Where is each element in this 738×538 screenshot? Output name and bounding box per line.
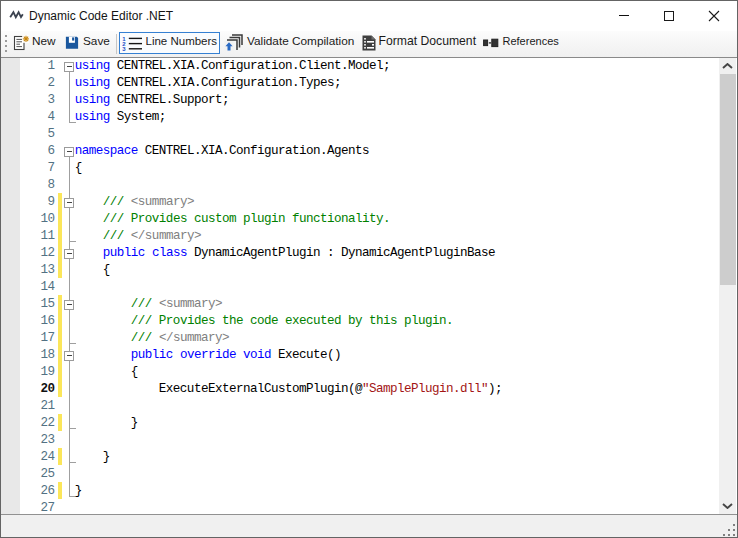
svg-text:3: 3 bbox=[122, 46, 126, 51]
